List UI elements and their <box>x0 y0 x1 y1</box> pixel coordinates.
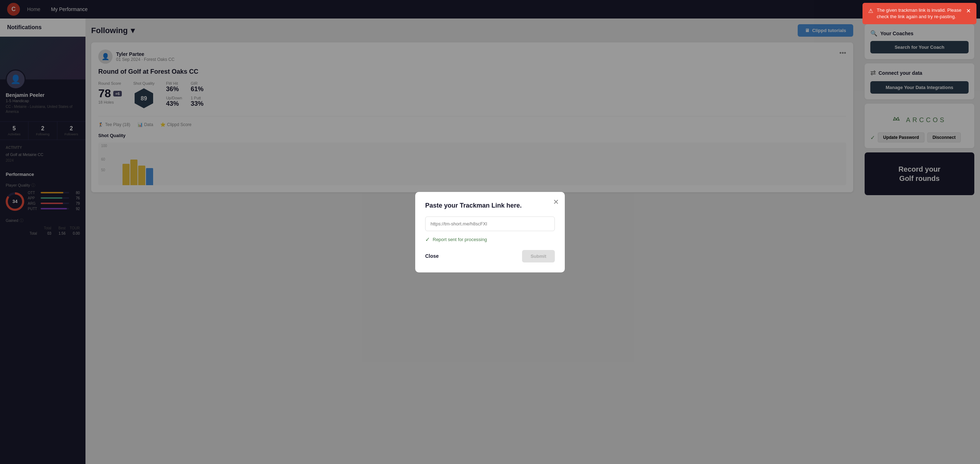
toast-close-button[interactable]: ✕ <box>966 7 971 15</box>
trackman-modal: ✕ Paste your Trackman Link here. ✓ Repor… <box>415 192 565 272</box>
success-checkmark-icon: ✓ <box>425 236 430 243</box>
error-toast: ⚠ The given trackman link is invalid. Pl… <box>862 3 977 24</box>
error-message: The given trackman link is invalid. Plea… <box>877 7 963 20</box>
modal-overlay[interactable]: ✕ Paste your Trackman Link here. ✓ Repor… <box>0 0 980 464</box>
modal-footer: Close Submit <box>425 250 555 262</box>
warning-icon: ⚠ <box>868 7 873 15</box>
modal-success-message: ✓ Report sent for processing <box>425 236 555 243</box>
modal-close-button[interactable]: Close <box>425 250 439 262</box>
modal-title: Paste your Trackman Link here. <box>425 202 555 210</box>
modal-submit-button[interactable]: Submit <box>522 250 555 262</box>
modal-close-x-button[interactable]: ✕ <box>553 198 559 206</box>
trackman-link-input[interactable] <box>425 216 555 231</box>
